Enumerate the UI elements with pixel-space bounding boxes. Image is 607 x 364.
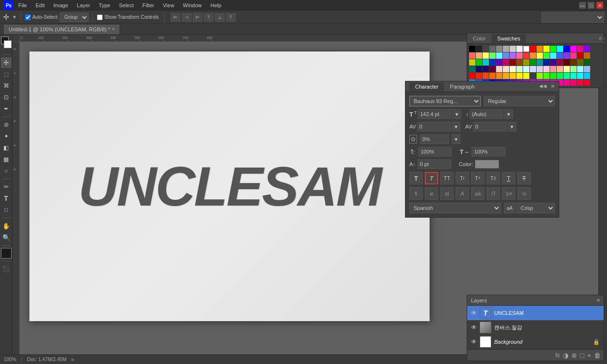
swatch[interactable] <box>523 73 529 79</box>
eraser-tool[interactable]: ◧ <box>1 143 12 153</box>
swatch[interactable] <box>543 46 550 52</box>
swatch[interactable] <box>523 52 529 59</box>
delete-layer-btn[interactable]: 🗑 <box>594 351 601 359</box>
swatches-menu-btn[interactable]: ≡ <box>599 36 602 41</box>
swatch[interactable] <box>469 73 475 79</box>
swatch[interactable] <box>503 46 509 52</box>
new-layer-btn[interactable]: + <box>587 351 591 359</box>
swatch[interactable] <box>483 73 489 79</box>
layer-item-unclesam[interactable]: 👁 T UNCLESAM <box>467 306 604 320</box>
zoom-tool[interactable]: 🔍 <box>1 232 12 243</box>
document-tab[interactable]: Untitled-1 @ 100% (UNCLESAM, RGB/8) * × <box>4 25 120 34</box>
swatch[interactable] <box>543 52 550 59</box>
swatch[interactable] <box>550 73 556 79</box>
swatch[interactable] <box>510 46 516 52</box>
swatch[interactable] <box>469 66 475 72</box>
swatch[interactable] <box>469 46 475 52</box>
swatch[interactable] <box>530 66 536 72</box>
clone-tool[interactable]: ✦ <box>1 131 12 142</box>
layer-visibility-eye[interactable]: 👁 <box>471 310 477 316</box>
swatch[interactable] <box>476 46 482 52</box>
brush-tool[interactable]: ⊘ <box>1 119 12 130</box>
crop-tool[interactable]: ⊡ <box>1 92 12 103</box>
move-tool-icon[interactable]: ✛ <box>3 13 9 22</box>
scale-dropdown[interactable]: ▼ <box>452 134 460 144</box>
menu-help[interactable]: Help <box>208 1 223 9</box>
underline-btn[interactable]: T <box>502 172 515 184</box>
swatch[interactable] <box>543 73 550 79</box>
swatch[interactable] <box>516 73 523 79</box>
align-top-btn[interactable]: ⊤ <box>204 13 214 22</box>
swatch[interactable] <box>577 66 583 72</box>
swatch[interactable] <box>550 66 556 72</box>
swatch[interactable] <box>557 52 563 59</box>
swatch[interactable] <box>557 46 563 52</box>
screen-mode-btn[interactable]: ⬛ <box>1 264 12 274</box>
swatch[interactable] <box>577 52 583 59</box>
swatch[interactable] <box>584 59 590 65</box>
eyedropper-tool[interactable]: ✒ <box>1 104 12 114</box>
align-right-btn[interactable]: ⊢ <box>193 13 202 22</box>
swatch[interactable] <box>570 46 577 52</box>
swatch[interactable] <box>523 59 529 65</box>
swatch[interactable] <box>570 52 577 59</box>
swatch[interactable] <box>564 66 570 72</box>
panel-close-btn[interactable]: ✕ <box>551 83 555 90</box>
swatch[interactable] <box>516 52 523 59</box>
swatch[interactable] <box>550 52 556 59</box>
swatch[interactable] <box>530 52 536 59</box>
hand-tool[interactable]: ✋ <box>1 221 12 231</box>
swatch[interactable] <box>564 46 570 52</box>
menu-layer[interactable]: Layer <box>75 1 92 9</box>
leading-dropdown[interactable]: ▼ <box>504 109 513 119</box>
tracking-input[interactable] <box>417 122 451 131</box>
swatch[interactable] <box>577 46 583 52</box>
swatch[interactable] <box>476 52 482 59</box>
background-color[interactable] <box>4 40 12 48</box>
doc-size-arrow[interactable]: ▶ <box>71 357 75 362</box>
font-family-dropdown[interactable]: Bauhaus 93 Reg... <box>409 96 481 106</box>
swatch[interactable] <box>550 46 556 52</box>
swatch[interactable] <box>543 66 550 72</box>
language-dropdown[interactable]: Spanish English (USA) French <box>409 203 501 213</box>
small-caps-btn[interactable]: Tr <box>456 172 469 184</box>
menu-file[interactable]: File <box>16 1 29 9</box>
auto-select-checkbox[interactable] <box>25 14 31 20</box>
font-size-input[interactable] <box>418 109 451 119</box>
add-layer-style-btn[interactable]: fx <box>555 352 560 359</box>
font-style-dropdown[interactable]: Regular <box>484 96 555 106</box>
menu-type[interactable]: Type <box>97 1 112 9</box>
kerning-dropdown[interactable]: ▼ <box>508 122 516 131</box>
baseline-input[interactable] <box>418 159 451 169</box>
swatch[interactable] <box>537 66 543 72</box>
swatch[interactable] <box>496 73 502 79</box>
ligature-ornament-btn[interactable]: ø <box>425 187 438 200</box>
swatch[interactable] <box>570 66 577 72</box>
swatch[interactable] <box>496 52 502 59</box>
panel-minimize-btn[interactable]: ◀◀ <box>539 83 547 90</box>
align-bottom-btn[interactable]: ⊤ <box>226 13 236 22</box>
ligature-oldstyle-btn[interactable]: aā <box>471 187 485 200</box>
swatch[interactable] <box>496 66 502 72</box>
swatch[interactable] <box>523 46 529 52</box>
swatch[interactable] <box>537 59 543 65</box>
kerning-input[interactable] <box>473 122 507 131</box>
close-button[interactable]: ✕ <box>596 2 603 9</box>
swatch[interactable] <box>510 59 516 65</box>
auto-select-dropdown[interactable]: Group Layer <box>60 13 89 22</box>
swatch[interactable] <box>584 66 590 72</box>
swatch[interactable] <box>584 52 590 59</box>
ligature-titling-btn[interactable]: Π <box>486 187 500 200</box>
swatch[interactable] <box>503 59 509 65</box>
swatch[interactable] <box>496 59 502 65</box>
swatch[interactable] <box>476 66 482 72</box>
swatch[interactable] <box>483 52 489 59</box>
menu-select[interactable]: Select <box>117 1 136 9</box>
swatch[interactable] <box>489 52 496 59</box>
swatch[interactable] <box>496 46 502 52</box>
paragraph-tab[interactable]: Paragraph <box>444 82 480 91</box>
hscale-input[interactable] <box>472 147 505 156</box>
shape-tool[interactable]: □ <box>1 205 12 215</box>
swatch[interactable] <box>483 59 489 65</box>
swatch[interactable] <box>530 46 536 52</box>
